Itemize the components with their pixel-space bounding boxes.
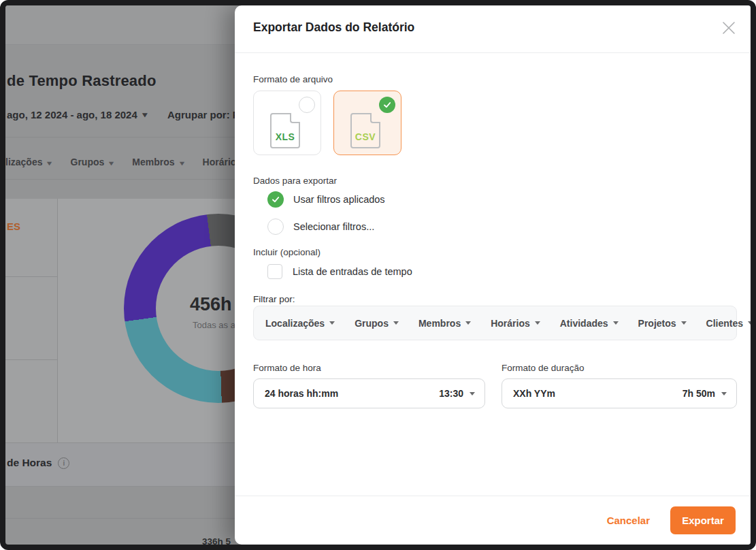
radio-unselected-icon[interactable] <box>299 97 315 113</box>
chevron-down-icon <box>535 321 540 325</box>
radio-use-applied-filters[interactable]: Usar filtros aplicados <box>267 191 385 208</box>
checkbox-label: Lista de entradas de tempo <box>293 266 412 277</box>
filter-membros[interactable]: Membros <box>418 318 471 329</box>
filter-grupos[interactable]: Grupos <box>355 318 399 329</box>
filter-membros[interactable]: Membros▾ <box>132 157 183 167</box>
page-title: de Tempo Rastreado <box>7 72 157 90</box>
chart-side-panel <box>5 199 58 442</box>
divider <box>5 276 58 277</box>
chevron-down-icon <box>393 321 399 325</box>
report-filter-row: lizações▾ Grupos▾ Membros▾ Horários▾ <box>5 157 250 167</box>
time-format-preview: 13:30 <box>439 388 463 399</box>
filter-grupos[interactable]: Grupos▾ <box>71 157 114 167</box>
filter-horarios[interactable]: Horários <box>491 318 540 329</box>
data-to-export-label: Dados para exportar <box>253 176 337 186</box>
chevron-down-icon <box>613 321 619 325</box>
radio-select-filters[interactable]: Selecionar filtros... <box>267 219 374 235</box>
close-icon[interactable] <box>720 19 738 37</box>
duration-format-label: Formato de duração <box>502 363 585 373</box>
chevron-down-icon: ▾ <box>110 159 114 167</box>
chevron-down-icon <box>681 321 687 325</box>
file-type-label: CSV <box>352 131 379 142</box>
export-modal: Exportar Dados do Relatório Formato de a… <box>235 5 751 545</box>
divider <box>235 52 751 53</box>
modal-footer: Cancelar Exportar <box>235 496 751 545</box>
filter-by-label: Filtrar por: <box>253 294 295 304</box>
active-side-tab[interactable]: ES <box>7 221 20 232</box>
radio-unselected-icon[interactable] <box>267 219 284 235</box>
filter-clientes[interactable]: Clientes <box>706 318 753 329</box>
export-button[interactable]: Exportar <box>670 506 736 534</box>
file-type-label: XLS <box>272 131 299 142</box>
date-range-picker[interactable]: ago, 12 2024 - ago, 18 2024 ▾ <box>7 109 146 120</box>
filter-projetos[interactable]: Projetos <box>638 318 687 329</box>
time-format-select[interactable]: 24 horas hh:mm 13:30 <box>253 378 485 408</box>
radio-label: Selecionar filtros... <box>293 221 374 232</box>
chevron-down-icon: ▾ <box>48 159 52 167</box>
time-format-label: Formato de hora <box>253 363 321 373</box>
include-optional-label: Incluir (opcional) <box>253 247 321 257</box>
app-window: de Tempo Rastreado ago, 12 2024 - ago, 1… <box>0 0 756 550</box>
checkbox-time-entries-row[interactable]: Lista de entradas de tempo <box>267 264 412 279</box>
info-icon[interactable]: i <box>58 457 69 469</box>
chevron-down-icon: ▾ <box>180 159 184 167</box>
file-format-option-csv[interactable]: CSV <box>333 91 401 155</box>
section-title: de Horas i <box>7 457 69 469</box>
group-by-label: Agrupar por: Pr <box>167 109 244 120</box>
file-format-label: Formato de arquivo <box>253 74 333 84</box>
chevron-down-icon <box>748 321 753 325</box>
chevron-down-icon <box>470 392 475 395</box>
cancel-button[interactable]: Cancelar <box>607 515 650 526</box>
date-range-label: ago, 12 2024 - ago, 18 2024 <box>7 109 137 120</box>
file-icon: XLS <box>270 113 300 148</box>
radio-label: Usar filtros aplicados <box>293 194 385 205</box>
chevron-down-icon: ▾ <box>142 110 147 119</box>
file-format-option-xls[interactable]: XLS <box>253 91 321 155</box>
file-icon: CSV <box>350 113 380 148</box>
chevron-down-icon <box>329 321 335 325</box>
total-hours-value: 336h 5 <box>202 536 231 547</box>
modal-filter-bar: Localizações Grupos Membros Horários Ati… <box>253 306 737 340</box>
duration-format-preview: 7h 50m <box>683 388 715 399</box>
radio-selected-icon[interactable] <box>267 191 284 208</box>
time-format-value: 24 horas hh:mm <box>265 388 338 399</box>
filter-localizacoes[interactable]: lizações▾ <box>5 157 52 167</box>
chevron-down-icon <box>721 392 727 395</box>
filter-localizacoes[interactable]: Localizações <box>265 318 335 329</box>
modal-title: Exportar Dados do Relatório <box>253 20 414 35</box>
chevron-down-icon <box>465 321 471 325</box>
divider <box>5 359 58 360</box>
filter-atividades[interactable]: Atividades <box>560 318 619 329</box>
checkbox-unchecked-icon[interactable] <box>267 264 282 279</box>
check-circle-icon[interactable] <box>379 97 395 113</box>
duration-format-select[interactable]: XXh YYm 7h 50m <box>502 378 737 408</box>
duration-format-value: XXh YYm <box>513 388 555 399</box>
